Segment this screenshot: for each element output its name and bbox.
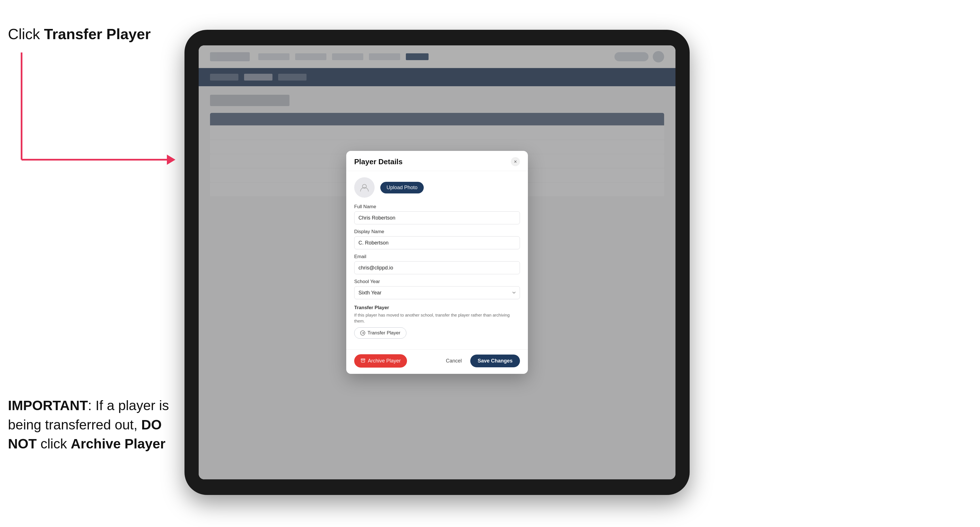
modal-close-button[interactable]: × <box>511 157 520 166</box>
email-input[interactable] <box>354 261 520 274</box>
avatar-placeholder <box>354 177 375 198</box>
footer-right: Cancel Save Changes <box>441 354 520 367</box>
svg-rect-5 <box>361 359 365 360</box>
full-name-input[interactable] <box>354 211 520 224</box>
display-name-group: Display Name <box>354 229 520 249</box>
upload-photo-button[interactable]: Upload Photo <box>380 182 424 194</box>
email-label: Email <box>354 254 520 260</box>
transfer-section-label: Transfer Player <box>354 305 520 311</box>
instruction-bottom: IMPORTANT: If a player is being transfer… <box>8 396 173 453</box>
instruction-text2: click <box>37 436 71 451</box>
svg-marker-2 <box>167 155 175 165</box>
tablet-screen: Player Details × Upload Photo <box>199 45 676 479</box>
instruction-emphasis: Transfer Player <box>44 26 151 42</box>
important-label: IMPORTANT <box>8 398 88 413</box>
transfer-player-button[interactable]: Transfer Player <box>354 327 406 339</box>
school-year-group: School Year First Year Second Year Third… <box>354 279 520 299</box>
modal-header: Player Details × <box>346 151 528 171</box>
modal-title: Player Details <box>354 157 403 166</box>
school-year-select[interactable]: First Year Second Year Third Year Fourth… <box>354 286 520 299</box>
photo-section: Upload Photo <box>354 177 520 198</box>
email-group: Email <box>354 254 520 274</box>
archive-icon <box>360 358 366 364</box>
full-name-group: Full Name <box>354 204 520 224</box>
modal-overlay: Player Details × Upload Photo <box>199 45 676 479</box>
transfer-section: Transfer Player If this player has moved… <box>354 304 520 339</box>
instruction-top: Click Transfer Player <box>8 25 151 43</box>
full-name-label: Full Name <box>354 204 520 210</box>
transfer-icon <box>360 330 365 335</box>
transfer-btn-label: Transfer Player <box>368 330 401 336</box>
school-year-label: School Year <box>354 279 520 284</box>
archive-label-instr: Archive Player <box>71 436 165 451</box>
display-name-label: Display Name <box>354 229 520 235</box>
modal-footer: Archive Player Cancel Save Changes <box>346 349 528 374</box>
instruction-prefix: Click <box>8 26 44 42</box>
tablet-shell: Player Details × Upload Photo <box>185 30 690 495</box>
archive-btn-label: Archive Player <box>368 358 401 364</box>
player-details-modal: Player Details × Upload Photo <box>346 151 528 374</box>
cancel-button[interactable]: Cancel <box>441 355 466 367</box>
modal-body: Upload Photo Full Name Display Name <box>346 171 528 349</box>
transfer-description: If this player has moved to another scho… <box>354 312 520 324</box>
archive-player-button[interactable]: Archive Player <box>354 354 407 368</box>
save-changes-button[interactable]: Save Changes <box>470 354 520 367</box>
display-name-input[interactable] <box>354 236 520 249</box>
